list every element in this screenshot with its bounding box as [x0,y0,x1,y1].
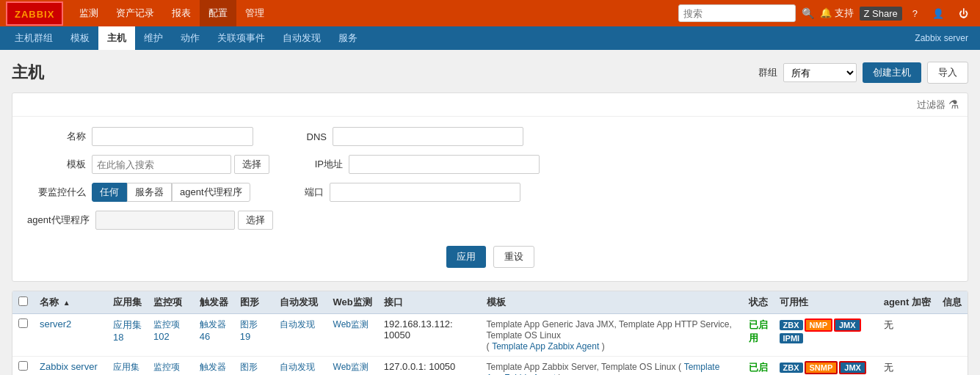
filter-dns-input[interactable] [333,127,523,146]
template-text: Template App Zabbix Server, Template OS … [487,362,676,372]
filter-actions: 应用 重设 [27,239,953,271]
app-set-link[interactable]: 应用集 18 [113,318,142,343]
filter-ip-label: IP地址 [284,158,343,171]
monitor-items-cell: 监控项88 [148,357,194,376]
filter-group-template: 模板 选择 [27,155,269,174]
filter-agent-input[interactable] [95,211,235,230]
auto-disc-link[interactable]: 自动发现 [280,319,315,330]
logout-button[interactable]: ⏻ [954,7,973,21]
help-button[interactable]: ? [908,7,922,21]
page-header: 主机 群组 所有 创建主机 导入 [12,62,968,84]
subnav-hosts[interactable]: 主机 [98,26,135,50]
template-text: Template App Generic Java JMX, Template … [487,319,732,341]
th-name[interactable]: 名称 ▲ [34,291,107,314]
agent-select-button[interactable]: 选择 [238,211,273,230]
import-button[interactable]: 导入 [927,62,968,84]
triggers-link[interactable]: 触发器50 [200,362,226,375]
table-header: 名称 ▲ 应用集 监控项 触发器 图形 自动发现 Web监测 接口 模板 状态 … [12,291,968,314]
template-paren: ( [678,362,681,372]
filter-label: 过滤器 [917,98,945,112]
jmx-badge: JMX [834,318,861,332]
user-button[interactable]: 👤 [928,7,948,21]
filter-body: 名称 DNS 模板 选择 IP地址 [12,117,968,281]
agent-encrypt-cell: 无 [878,357,937,376]
hosts-table-wrap: 名称 ▲ 应用集 监控项 触发器 图形 自动发现 Web监测 接口 模板 状态 … [12,291,968,375]
snmp-badge: SNMP [805,361,838,374]
nav-monitor[interactable]: 监测 [70,0,107,26]
th-agent-encrypt: agent 加密 [878,291,937,314]
monitor-items-link[interactable]: 监控项102 [153,319,180,342]
row-checkbox[interactable] [18,361,28,371]
filter-icon[interactable]: ⚗ [948,98,959,112]
avail-badges: ZBX SNMP JMX IPMI [780,361,872,375]
support-link[interactable]: 🔔 支持 [820,7,854,20]
monitor-btn-any[interactable]: 任何 [92,183,127,202]
filter-apply-button[interactable]: 应用 [446,246,486,268]
avail-badges: ZBX NMP JMX IPMI [780,318,872,343]
th-web-monitor: Web监测 [327,291,378,314]
triggers-cell: 触发器46 [194,314,234,357]
subnav-maintenance[interactable]: 维护 [135,26,172,50]
nav-manage[interactable]: 管理 [236,0,273,26]
filter-template-label: 模板 [27,158,86,171]
ipmi-badge: IPMI [780,333,804,343]
nav-config[interactable]: 配置 [200,0,236,26]
auto-disc-cell: 自动发现 2 [274,357,327,376]
app-set-link[interactable]: 应用集11 [113,362,139,375]
triggers-link[interactable]: 触发器46 [200,319,226,342]
table-body: server2 应用集 18 监控项102 [12,314,968,376]
jmx-badge: JMX [839,361,866,374]
monitor-btn-server[interactable]: 服务器 [127,183,172,202]
subnav-related-events[interactable]: 关联项事件 [208,26,274,50]
filter-row-2: 模板 选择 IP地址 [27,155,953,174]
subnav-actions[interactable]: 动作 [172,26,208,50]
auto-disc-cell: 自动发现 [274,314,327,357]
filter-name-input[interactable] [92,127,253,146]
filter-port-label: 端口 [265,186,324,199]
search-input[interactable] [678,4,796,22]
filter-reset-button[interactable]: 重设 [493,246,534,268]
page-content: 主机 群组 所有 创建主机 导入 过滤器 ⚗ 名称 DNS [0,50,980,375]
template-cell: Template App Zabbix Server, Template OS … [481,357,743,376]
template-link[interactable]: Template App Zabbix Agent [492,341,599,352]
group-select[interactable]: 所有 [783,63,857,82]
subnav-auto-discovery[interactable]: 自动发现 [274,26,330,50]
th-status: 状态 [743,291,774,314]
template-paren: ( [487,341,490,352]
filter-ip-input[interactable] [349,155,540,174]
search-button[interactable]: 🔍 [802,7,814,19]
host-name-cell: server2 [34,314,107,357]
filter-template-input[interactable] [92,155,231,174]
monitor-items-link[interactable]: 监控项88 [153,362,180,375]
filter-name-label: 名称 [27,130,86,143]
filter-group-agent: agent代理程序 选择 [27,211,273,230]
nav-assets[interactable]: 资产记录 [107,0,163,26]
filter-group-monitor: 要监控什么 任何 服务器 agent代理程序 [27,183,250,202]
share-button[interactable]: Z Share [860,7,902,21]
server-name: Zabbix server [915,33,974,43]
monitor-btn-agent[interactable]: agent代理程序 [172,183,250,202]
web-link[interactable]: Web监测 [333,319,369,330]
graphs-link[interactable]: 图形 19 [240,319,258,342]
subnav-services[interactable]: 服务 [330,26,366,50]
host-name-link[interactable]: Zabbix server [40,361,98,372]
filter-port-input[interactable] [330,183,520,202]
graphs-link[interactable]: 图形 14 [240,362,258,375]
filter-group-port: 端口 [265,183,520,202]
auto-disc-link[interactable]: 自动发现 2 [280,362,315,375]
template-select-button[interactable]: 选择 [234,155,269,174]
select-all-checkbox[interactable] [18,296,28,306]
nav-report[interactable]: 报表 [163,0,200,26]
web-link[interactable]: Web监测 [333,362,369,372]
create-host-button[interactable]: 创建主机 [863,62,921,83]
zbx-badge: ZBX [780,363,803,373]
page-title: 主机 [12,62,44,84]
zabbix-logo: ZABBIX [6,1,63,26]
host-name-link[interactable]: server2 [40,318,71,330]
subnav-templates[interactable]: 模板 [62,26,98,50]
row-checkbox[interactable] [18,318,28,328]
triggers-cell: 触发器50 [194,357,234,376]
zbx-badge: ZBX [780,320,803,330]
subnav-host-groups[interactable]: 主机群组 [6,26,62,50]
host-name-cell: Zabbix server [34,357,107,376]
